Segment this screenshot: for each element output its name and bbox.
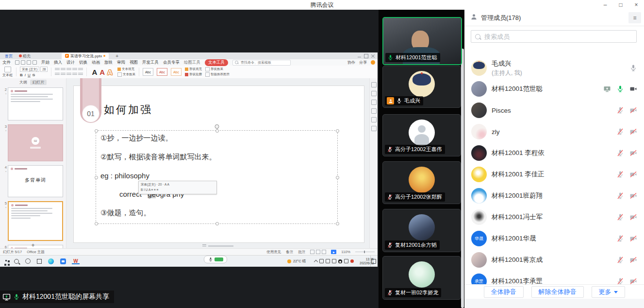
mic-muted-icon[interactable] <box>616 256 624 264</box>
task-view-icon <box>37 259 42 264</box>
thumbnail-row: 4⋆多背单词 <box>1 165 63 197</box>
mic-muted-icon[interactable] <box>616 106 624 114</box>
slide-thumbnail[interactable]: 多背单词 <box>8 165 63 197</box>
thumb-text-line <box>11 218 31 219</box>
member-name: 材科12001蒋京成 <box>492 256 543 264</box>
avatar: 承罡 <box>471 274 487 284</box>
slide-thumbnail[interactable]: 02 <box>8 124 63 161</box>
video-tile[interactable]: 复材一班02李娇龙 <box>382 256 461 300</box>
cam-muted-icon[interactable] <box>629 256 637 264</box>
screen-icon[interactable] <box>603 85 611 93</box>
meeting-app-icon <box>60 258 66 264</box>
cam-muted-icon[interactable] <box>629 106 637 114</box>
cam-muted-icon[interactable] <box>629 171 637 178</box>
member-row[interactable]: 材科12001冯士军 <box>464 206 644 228</box>
slide-thumbnail[interactable] <box>8 87 63 120</box>
member-panel: 管理成员(178) ≡ 毛成兴(主持人, 我)材科12001范世聪Piscesz… <box>464 10 644 308</box>
tile-name-bar: 毛成兴 <box>385 96 423 105</box>
member-row[interactable]: 承罡材科12001李承罡 <box>464 271 644 284</box>
cam-muted-icon[interactable] <box>629 128 637 136</box>
more-button[interactable]: 更多 <box>592 286 625 298</box>
shared-wps-window: 首页 稻壳 P 英语学习交流.pptx + 文件 开始插入设计 <box>0 52 378 255</box>
video-tile[interactable]: 材科12001范世聪 <box>382 17 462 65</box>
add-slide-button: + <box>0 242 66 248</box>
mic-muted-icon[interactable] <box>616 128 624 136</box>
resize-handle <box>95 222 98 225</box>
member-info: 毛成兴(主持人, 我) <box>492 59 522 77</box>
mic-muted-icon[interactable] <box>616 277 624 284</box>
video-tile[interactable]: 复材12001余方韬 <box>382 209 461 252</box>
slide-thumbnail[interactable] <box>8 201 63 241</box>
screen-share-icon <box>2 293 11 301</box>
member-row[interactable]: 材科12001蒋京成 <box>464 249 644 271</box>
mic-muted-icon[interactable] <box>616 235 624 242</box>
search-icon <box>235 61 238 64</box>
mic-muted-icon[interactable] <box>616 213 624 221</box>
tile-name-bar: 高分子12002张郑辉 <box>385 192 445 202</box>
window-title: 腾讯会议 <box>0 0 644 10</box>
wps-account-avatar <box>371 60 375 65</box>
slides-tab: 幻灯片 <box>30 80 47 85</box>
wps-quick-access-icons <box>15 60 37 65</box>
slide-text-line: ③做题，造句。 <box>100 208 150 218</box>
cortana-icon <box>25 258 31 264</box>
cam-muted-icon[interactable] <box>629 277 637 284</box>
slide-number: 2⋆ <box>1 87 7 120</box>
edge-icon <box>48 258 54 264</box>
member-row[interactable]: 材科12001 李佳正 <box>464 164 644 185</box>
print-icon <box>21 60 25 65</box>
member-name: 材科12001 李程依 <box>492 149 545 157</box>
taskbar-search-icon <box>14 259 19 264</box>
member-row[interactable]: 毛成兴(主持人, 我) <box>464 56 644 80</box>
mic-muted-icon[interactable] <box>616 192 624 200</box>
maximize-button[interactable]: □ <box>613 0 628 10</box>
slide-canvas: 01 如何加强 ①抄，一边抄一边读。②默写，根据读音将单词默写出来。eg : p… <box>66 78 369 249</box>
mic-gray-icon[interactable] <box>629 64 637 72</box>
thumb-text-line <box>11 96 48 97</box>
smart-diagram-icon <box>205 72 210 77</box>
member-row[interactable]: 材科12001范世聪 <box>464 78 644 100</box>
sun-icon <box>287 259 291 263</box>
member-search-box[interactable] <box>471 30 637 43</box>
cam-dark-icon[interactable] <box>629 85 637 93</box>
start-icon <box>4 260 7 263</box>
font-style-buttons: B I U S <box>20 73 48 77</box>
cam-muted-icon[interactable] <box>629 235 637 242</box>
unmute-all-button[interactable]: 解除全体静音 <box>531 286 584 298</box>
comments-button: 批注 <box>298 250 305 255</box>
slide-text-line: ①抄，一边抄一边读。 <box>100 134 172 143</box>
mic-muted-icon[interactable] <box>616 149 624 157</box>
member-search-input[interactable] <box>483 33 632 41</box>
video-tile[interactable]: 高分子12002王嘉伟 <box>382 114 461 156</box>
cam-muted-icon[interactable] <box>629 149 637 157</box>
mic-muted-icon[interactable] <box>616 171 624 178</box>
cam-muted-icon[interactable] <box>629 213 637 221</box>
member-row[interactable]: zly <box>464 121 644 142</box>
member-row[interactable]: 材科12001 李程依 <box>464 142 644 164</box>
slide-text-line: ②默写，根据读音将单词默写出来。 <box>100 153 216 162</box>
minimize-button[interactable]: – <box>597 0 613 10</box>
screen-share-view[interactable]: 首页 稻壳 P 英语学习交流.pptx + 文件 开始插入设计 <box>0 10 379 308</box>
thumb-title-bar <box>15 168 27 170</box>
member-status-icons <box>616 171 637 178</box>
video-tile[interactable]: 毛成兴 <box>382 66 461 108</box>
mute-all-button[interactable]: 全体静音 <box>484 286 524 298</box>
thumb-icon <box>11 168 13 170</box>
panel-menu-button[interactable]: ≡ <box>628 12 641 23</box>
close-button[interactable]: × <box>628 0 644 10</box>
shape-style-preset-2: Abc <box>157 68 167 76</box>
thumb-text-line <box>11 213 52 214</box>
member-row[interactable]: 华晟材科12001华晟 <box>464 228 644 249</box>
member-row[interactable]: Pisces <box>464 100 644 121</box>
mic-green-icon[interactable] <box>616 85 624 93</box>
video-tile[interactable]: 高分子12002张郑辉 <box>382 161 461 204</box>
member-row[interactable]: 材科12001班蔚翔 <box>464 185 644 206</box>
avatar <box>409 167 435 193</box>
wps-menubar: 文件 开始插入设计切换动画放映审阅视图开发工具会员专享 绘图工具 文本工具 协作… <box>0 59 378 66</box>
strip-scrollbar[interactable] <box>461 49 464 308</box>
resize-handle <box>215 129 219 133</box>
resize-handle <box>336 222 339 225</box>
avatar <box>471 252 487 268</box>
cam-muted-icon[interactable] <box>629 192 637 200</box>
wps-menu-item: 插入 <box>54 60 62 66</box>
